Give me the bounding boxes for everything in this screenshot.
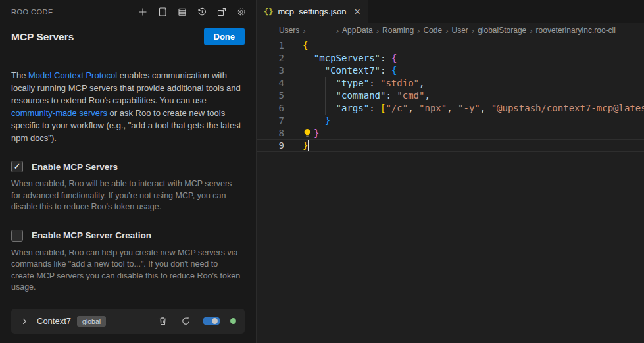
line-content: "Context7": { [303,65,397,77]
breadcrumb-item[interactable]: globalStorage [478,26,526,35]
mcp-intro-text: The Model Context Protocol enables commu… [11,69,249,144]
done-button[interactable]: Done [204,28,245,45]
line-number: 1 [257,40,284,52]
header-divider [0,55,256,55]
server-enabled-toggle[interactable] [203,317,220,325]
enable-mcp-creation-row: Enable MCP Server Creation [11,230,245,242]
server-name: Context7 [37,316,71,326]
enable-mcp-creation-checkbox[interactable] [11,230,23,242]
editor-tab-bar: {} mcp_settings.json × [257,0,644,23]
breadcrumb-separator-icon: › [373,26,382,36]
new-task-icon[interactable] [137,6,148,17]
code-editor[interactable]: 1{2 "mcpServers": {3 "Context7": {4 "typ… [257,38,644,343]
line-content: "args": ["/c", "npx", "-y", "@upstash/co… [303,102,644,115]
breadcrumb-item[interactable]: AppData [342,26,373,35]
settings-gear-icon[interactable] [235,6,247,17]
line-content: "mcpServers": { [303,52,397,65]
line-number: 5 [257,90,284,102]
code-line[interactable]: 9} [257,140,644,152]
server-scope-badge: global [77,316,106,327]
line-content: "type": "stdio", [303,77,424,90]
enable-mcp-servers-description: When enabled, Roo will be able to intera… [11,178,243,213]
code-line[interactable]: 3 "Context7": { [257,65,644,77]
code-line[interactable]: 2 "mcpServers": { [257,52,644,65]
line-content: "command": "cmd", [303,90,430,102]
history-icon[interactable] [196,6,207,17]
json-file-icon: {} [264,7,273,16]
open-in-editor-icon[interactable] [216,6,227,17]
line-content: } [303,127,319,140]
chevron-right-icon[interactable] [20,317,29,326]
intro-link[interactable]: community-made servers [11,108,107,118]
breadcrumb: Users››AppData›Roaming›Code›User›globalS… [257,23,644,38]
code-line[interactable]: 1{ [257,40,644,52]
enable-mcp-servers-label: Enable MCP Servers [32,162,118,172]
line-content: { [303,40,308,52]
tab-close-icon[interactable]: × [355,7,360,17]
enable-mcp-servers-checkbox[interactable]: ✓ [11,161,23,172]
line-number: 6 [257,102,284,115]
breadcrumb-item[interactable]: Users [279,26,299,35]
status-dot [230,318,236,324]
line-content: } [303,140,309,152]
line-number: 2 [257,52,284,65]
line-number: 4 [257,77,284,90]
breadcrumb-separator-icon: › [414,26,423,36]
breadcrumb-separator-icon: › [442,26,451,36]
code-line[interactable]: 4 "type": "stdio", [257,77,644,90]
line-number: 7 [257,115,284,127]
line-number: 3 [257,65,284,77]
code-line[interactable]: 6 "args": ["/c", "npx", "-y", "@upstash/… [257,102,644,115]
tab-mcp-settings-json[interactable]: {} mcp_settings.json × [257,0,368,23]
breadcrumb-separator-icon: › [333,26,342,36]
mcp-servers-header: MCP Servers Done [0,28,256,45]
breadcrumb-item[interactable]: rooveterinaryinc.roo-cli [536,26,616,35]
enable-mcp-creation-label: Enable MCP Server Creation [32,230,151,240]
code-line[interactable]: 5 "command": "cmd", [257,90,644,102]
breadcrumb-item[interactable]: Code [423,26,442,35]
intro-link[interactable]: Model Context Protocol [28,70,117,80]
enable-mcp-creation-description: When enabled, Roo can help you create ne… [11,248,243,294]
panel-toolbar [137,6,247,17]
panel-title-roo-code: ROO CODE [11,8,53,16]
prompts-icon[interactable] [157,6,168,17]
code-line[interactable]: 8} [257,127,644,140]
intro-text: The [11,70,28,80]
editor-pane: {} mcp_settings.json × Users››AppData›Ro… [257,0,644,343]
breadcrumb-separator-icon: › [468,26,478,36]
breadcrumb-item[interactable]: Roaming [382,26,414,35]
text-cursor [308,140,309,151]
mcp-servers-icon[interactable] [176,6,187,17]
breadcrumb-separator-icon: › [299,26,309,36]
panel-header: ROO CODE [0,0,256,17]
breadcrumb-item[interactable]: User [451,26,468,35]
line-number: 9 [257,140,284,152]
breadcrumb-separator-icon: › [526,26,535,36]
roo-code-panel: ROO CODE MCP Servers Done [0,0,257,343]
line-content: } [303,115,330,127]
line-number: 8 [257,127,284,140]
restart-icon[interactable] [180,316,191,327]
page-title: MCP Servers [11,31,74,43]
enable-mcp-servers-row: ✓ Enable MCP Servers [11,161,245,172]
code-line[interactable]: 7 } [257,115,644,127]
tab-filename: mcp_settings.json [278,7,346,16]
server-row-context7[interactable]: Context7 global [11,309,245,334]
trash-icon[interactable] [157,316,168,327]
